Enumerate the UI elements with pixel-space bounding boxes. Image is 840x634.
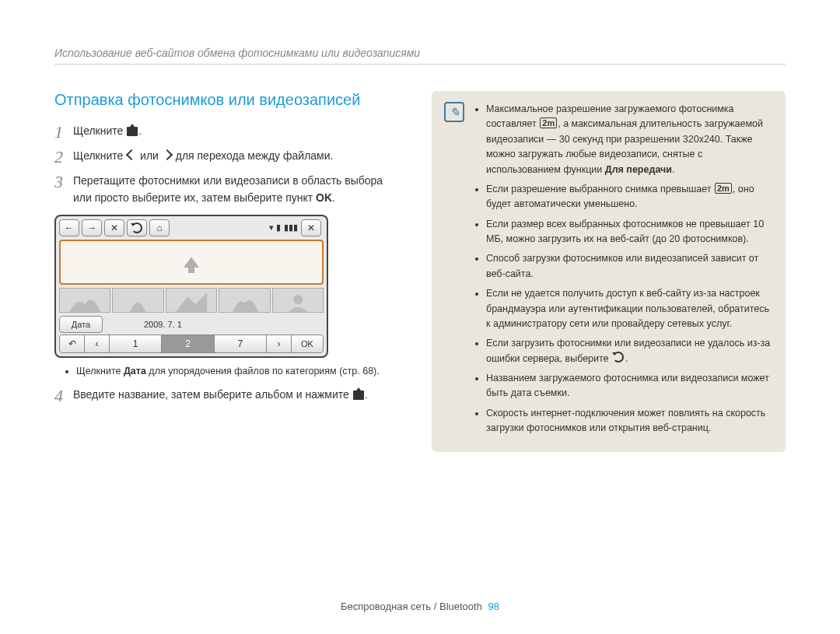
- page-number[interactable]: 1: [110, 335, 162, 352]
- date-value: 2009. 7. 1: [144, 320, 182, 329]
- upload-arrow-icon: [184, 257, 199, 268]
- thumbnail[interactable]: [272, 288, 324, 313]
- device-screenshot: ← → ✕ ⌂ ▾ ▮ ▮▮▮ ✕: [54, 215, 328, 358]
- step-text: Щелкните: [73, 124, 126, 137]
- step-text: Введите название, затем выберите альбом …: [73, 388, 352, 401]
- thumbnail[interactable]: [166, 288, 217, 313]
- step-text: для перехода между файлами.: [173, 149, 334, 162]
- prev-page-button[interactable]: ‹: [85, 335, 110, 352]
- upload-icon: [127, 127, 138, 136]
- step-num: 2: [54, 148, 73, 166]
- pager: ↶ ‹ 1 2 7 › OK: [59, 335, 324, 353]
- section-title: Отправка фотоснимков или видеозаписей: [54, 91, 401, 109]
- step-text: .: [138, 124, 142, 137]
- info-item: Максимальное разрешение загружаемого фот…: [486, 102, 773, 177]
- info-item: Названием загружаемого фотоснимка или ви…: [486, 371, 773, 401]
- step-text: Щелкните: [73, 149, 126, 162]
- home-button[interactable]: ⌂: [149, 219, 170, 236]
- thumbnail[interactable]: [112, 288, 163, 313]
- thumbnail[interactable]: [59, 288, 110, 313]
- refresh-icon: [613, 352, 624, 363]
- battery-icon: ▮▮▮: [284, 222, 298, 233]
- step-text: .: [365, 388, 368, 401]
- ok-button[interactable]: OK: [292, 335, 323, 352]
- refresh-button[interactable]: [127, 219, 147, 236]
- back-button[interactable]: ←: [59, 219, 79, 236]
- step-4: 4 Введите название, затем выберите альбо…: [54, 387, 401, 405]
- step-num: 1: [54, 123, 73, 142]
- resolution-icon: 2m: [540, 117, 557, 128]
- page-footer: Беспроводная сеть / Bluetooth 98: [0, 601, 840, 612]
- page-number: 98: [488, 601, 499, 612]
- step-text: Перетащите фотоснимки или видеозаписи в …: [73, 174, 383, 204]
- step-num: 4: [54, 387, 73, 405]
- step-text: .: [332, 191, 335, 204]
- sub-note: Щелкните Дата для упорядочения файлов по…: [76, 364, 401, 379]
- step-3: 3 Перетащите фотоснимки или видеозаписи …: [54, 173, 401, 206]
- info-item: Если разрешение выбранного снимка превыш…: [486, 182, 773, 212]
- next-page-button[interactable]: ›: [267, 335, 292, 352]
- return-button[interactable]: ↶: [60, 335, 85, 352]
- date-button[interactable]: Дата: [59, 316, 103, 333]
- forward-button[interactable]: →: [82, 219, 102, 236]
- info-icon: ✎: [444, 102, 464, 122]
- breadcrumb: Использование веб-сайтов обмена фотосним…: [54, 47, 786, 65]
- page-number[interactable]: 7: [215, 335, 267, 352]
- step-bold: OK: [316, 191, 332, 204]
- chevron-left-icon: [126, 149, 137, 160]
- chevron-right-icon: [162, 149, 173, 160]
- info-box: ✎ Максимальное разрешение загружаемого ф…: [432, 91, 786, 452]
- page-number[interactable]: 2: [162, 335, 214, 352]
- info-item: Если загрузить фотоснимки или видеозапис…: [486, 336, 773, 366]
- info-item: Если размер всех выбранных фотоснимков н…: [486, 217, 773, 247]
- step-num: 3: [54, 173, 73, 191]
- step-1: 1 Щелкните .: [54, 123, 401, 142]
- drop-zone[interactable]: [59, 240, 324, 285]
- step-2: 2 Щелкните или для перехода между файлам…: [54, 148, 401, 166]
- cancel-button[interactable]: ✕: [104, 219, 124, 236]
- close-button[interactable]: ✕: [301, 219, 321, 236]
- svg-point-0: [293, 295, 303, 304]
- step-text: или: [137, 149, 162, 162]
- thumbnail[interactable]: [219, 288, 270, 313]
- refresh-icon: [131, 222, 142, 233]
- resolution-icon: 2m: [715, 183, 732, 194]
- info-item: Если не удается получить доступ к веб-са…: [486, 286, 773, 331]
- upload-icon: [353, 391, 364, 400]
- footer-text: Беспроводная сеть / Bluetooth: [341, 601, 482, 612]
- antenna-icon: ▾ ▮: [269, 222, 281, 233]
- thumbnail-strip: [59, 288, 324, 313]
- info-item: Скорость интернет-подключения может повл…: [486, 406, 773, 436]
- info-item: Способ загрузки фотоснимков или видеозап…: [486, 251, 773, 282]
